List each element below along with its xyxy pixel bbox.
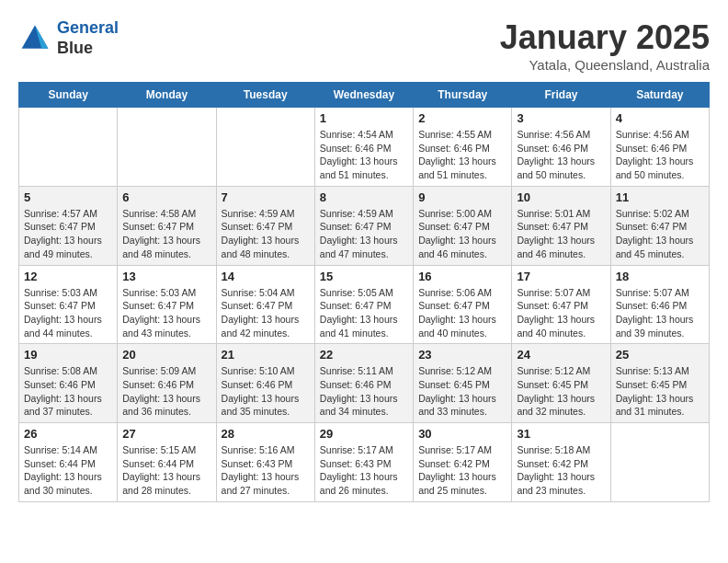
days-header-row: SundayMondayTuesdayWednesdayThursdayFrid… xyxy=(19,83,710,108)
day-info: Sunrise: 5:02 AM Sunset: 6:47 PM Dayligh… xyxy=(616,207,704,261)
day-cell: 23Sunrise: 5:12 AM Sunset: 6:45 PM Dayli… xyxy=(414,344,512,423)
day-header-thursday: Thursday xyxy=(414,83,512,108)
day-number: 8 xyxy=(320,190,408,204)
day-number: 9 xyxy=(418,190,506,204)
day-info: Sunrise: 5:03 AM Sunset: 6:47 PM Dayligh… xyxy=(122,286,210,340)
day-header-monday: Monday xyxy=(118,83,216,108)
day-cell: 12Sunrise: 5:03 AM Sunset: 6:47 PM Dayli… xyxy=(19,265,118,344)
day-info: Sunrise: 4:57 AM Sunset: 6:47 PM Dayligh… xyxy=(24,207,112,261)
day-number: 7 xyxy=(222,190,310,204)
day-info: Sunrise: 5:09 AM Sunset: 6:46 PM Dayligh… xyxy=(122,364,210,419)
day-info: Sunrise: 5:00 AM Sunset: 6:47 PM Dayligh… xyxy=(418,207,506,261)
day-info: Sunrise: 4:59 AM Sunset: 6:47 PM Dayligh… xyxy=(320,207,408,261)
day-info: Sunrise: 5:07 AM Sunset: 6:47 PM Dayligh… xyxy=(517,286,605,340)
logo-line2: Blue xyxy=(57,39,119,59)
day-cell xyxy=(19,108,118,187)
day-number: 30 xyxy=(418,427,506,441)
day-cell: 30Sunrise: 5:17 AM Sunset: 6:42 PM Dayli… xyxy=(414,423,512,502)
day-number: 25 xyxy=(616,348,704,362)
day-cell: 10Sunrise: 5:01 AM Sunset: 6:47 PM Dayli… xyxy=(512,186,610,265)
day-info: Sunrise: 4:56 AM Sunset: 6:46 PM Dayligh… xyxy=(517,128,605,182)
day-info: Sunrise: 5:13 AM Sunset: 6:45 PM Dayligh… xyxy=(616,364,704,419)
day-info: Sunrise: 4:56 AM Sunset: 6:46 PM Dayligh… xyxy=(616,128,704,182)
logo-line1: General xyxy=(57,18,119,37)
page-header: General Blue January 2025 Yatala, Queens… xyxy=(18,18,710,73)
day-info: Sunrise: 5:05 AM Sunset: 6:47 PM Dayligh… xyxy=(320,286,408,340)
day-info: Sunrise: 5:17 AM Sunset: 6:43 PM Dayligh… xyxy=(320,443,408,498)
day-number: 29 xyxy=(320,427,408,441)
day-number: 31 xyxy=(517,427,605,441)
day-cell: 8Sunrise: 4:59 AM Sunset: 6:47 PM Daylig… xyxy=(314,186,413,265)
day-cell xyxy=(610,423,709,502)
logo-icon xyxy=(18,22,51,55)
week-row-2: 5Sunrise: 4:57 AM Sunset: 6:47 PM Daylig… xyxy=(19,186,710,265)
day-info: Sunrise: 4:55 AM Sunset: 6:46 PM Dayligh… xyxy=(418,128,506,182)
day-number: 20 xyxy=(122,348,210,362)
day-cell: 18Sunrise: 5:07 AM Sunset: 6:46 PM Dayli… xyxy=(610,265,709,344)
day-number: 21 xyxy=(222,348,310,362)
day-cell: 21Sunrise: 5:10 AM Sunset: 6:46 PM Dayli… xyxy=(216,344,314,423)
day-info: Sunrise: 5:10 AM Sunset: 6:46 PM Dayligh… xyxy=(222,364,310,419)
day-header-tuesday: Tuesday xyxy=(216,83,314,108)
day-info: Sunrise: 5:17 AM Sunset: 6:42 PM Dayligh… xyxy=(418,443,506,498)
logo-text: General Blue xyxy=(57,18,119,58)
day-info: Sunrise: 5:08 AM Sunset: 6:46 PM Dayligh… xyxy=(24,364,112,419)
day-number: 23 xyxy=(418,348,506,362)
calendar-table: SundayMondayTuesdayWednesdayThursdayFrid… xyxy=(18,82,710,502)
day-info: Sunrise: 5:12 AM Sunset: 6:45 PM Dayligh… xyxy=(418,364,506,419)
day-info: Sunrise: 5:11 AM Sunset: 6:46 PM Dayligh… xyxy=(320,364,408,419)
day-number: 15 xyxy=(320,270,408,283)
day-cell: 17Sunrise: 5:07 AM Sunset: 6:47 PM Dayli… xyxy=(512,265,610,344)
day-cell: 31Sunrise: 5:18 AM Sunset: 6:42 PM Dayli… xyxy=(512,423,610,502)
day-number: 16 xyxy=(418,270,506,283)
day-cell: 26Sunrise: 5:14 AM Sunset: 6:44 PM Dayli… xyxy=(19,423,118,502)
day-number: 4 xyxy=(616,111,704,125)
day-number: 26 xyxy=(24,427,112,441)
day-info: Sunrise: 5:07 AM Sunset: 6:46 PM Dayligh… xyxy=(616,286,704,340)
day-header-friday: Friday xyxy=(512,83,610,108)
day-cell: 16Sunrise: 5:06 AM Sunset: 6:47 PM Dayli… xyxy=(414,265,512,344)
day-cell: 20Sunrise: 5:09 AM Sunset: 6:46 PM Dayli… xyxy=(118,344,216,423)
day-number: 28 xyxy=(222,427,310,441)
day-number: 5 xyxy=(24,190,112,204)
day-cell: 27Sunrise: 5:15 AM Sunset: 6:44 PM Dayli… xyxy=(118,423,216,502)
day-cell: 9Sunrise: 5:00 AM Sunset: 6:47 PM Daylig… xyxy=(414,186,512,265)
week-row-3: 12Sunrise: 5:03 AM Sunset: 6:47 PM Dayli… xyxy=(19,265,710,344)
day-info: Sunrise: 5:18 AM Sunset: 6:42 PM Dayligh… xyxy=(517,443,605,498)
day-cell: 7Sunrise: 4:59 AM Sunset: 6:47 PM Daylig… xyxy=(216,186,314,265)
day-number: 12 xyxy=(24,270,112,283)
day-number: 22 xyxy=(320,348,408,362)
day-info: Sunrise: 4:54 AM Sunset: 6:46 PM Dayligh… xyxy=(320,128,408,182)
day-number: 27 xyxy=(122,427,210,441)
day-header-sunday: Sunday xyxy=(19,83,118,108)
month-title: January 2025 xyxy=(500,18,710,57)
day-cell: 4Sunrise: 4:56 AM Sunset: 6:46 PM Daylig… xyxy=(610,108,709,187)
day-number: 6 xyxy=(122,190,210,204)
week-row-5: 26Sunrise: 5:14 AM Sunset: 6:44 PM Dayli… xyxy=(19,423,710,502)
day-number: 1 xyxy=(320,111,408,125)
day-info: Sunrise: 5:06 AM Sunset: 6:47 PM Dayligh… xyxy=(418,286,506,340)
day-number: 24 xyxy=(517,348,605,362)
day-info: Sunrise: 5:16 AM Sunset: 6:43 PM Dayligh… xyxy=(222,443,310,498)
logo: General Blue xyxy=(18,18,119,58)
day-cell: 3Sunrise: 4:56 AM Sunset: 6:46 PM Daylig… xyxy=(512,108,610,187)
day-info: Sunrise: 5:03 AM Sunset: 6:47 PM Dayligh… xyxy=(24,286,112,340)
day-info: Sunrise: 5:14 AM Sunset: 6:44 PM Dayligh… xyxy=(24,443,112,498)
day-info: Sunrise: 5:04 AM Sunset: 6:47 PM Dayligh… xyxy=(222,286,310,340)
day-number: 2 xyxy=(418,111,506,125)
day-number: 17 xyxy=(517,270,605,283)
day-cell: 29Sunrise: 5:17 AM Sunset: 6:43 PM Dayli… xyxy=(314,423,413,502)
day-number: 18 xyxy=(616,270,704,283)
day-cell: 22Sunrise: 5:11 AM Sunset: 6:46 PM Dayli… xyxy=(314,344,413,423)
day-number: 11 xyxy=(616,190,704,204)
day-info: Sunrise: 5:01 AM Sunset: 6:47 PM Dayligh… xyxy=(517,207,605,261)
day-number: 19 xyxy=(24,348,112,362)
day-cell: 2Sunrise: 4:55 AM Sunset: 6:46 PM Daylig… xyxy=(414,108,512,187)
day-cell: 11Sunrise: 5:02 AM Sunset: 6:47 PM Dayli… xyxy=(610,186,709,265)
title-block: January 2025 Yatala, Queensland, Austral… xyxy=(500,18,710,73)
day-cell: 14Sunrise: 5:04 AM Sunset: 6:47 PM Dayli… xyxy=(216,265,314,344)
day-cell: 15Sunrise: 5:05 AM Sunset: 6:47 PM Dayli… xyxy=(314,265,413,344)
day-number: 10 xyxy=(517,190,605,204)
day-header-wednesday: Wednesday xyxy=(314,83,413,108)
day-cell: 25Sunrise: 5:13 AM Sunset: 6:45 PM Dayli… xyxy=(610,344,709,423)
